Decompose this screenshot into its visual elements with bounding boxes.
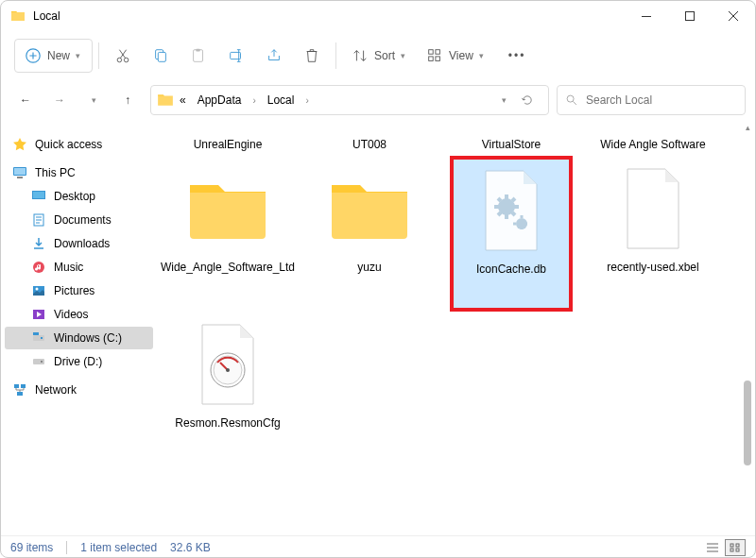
- minimize-button[interactable]: [625, 1, 668, 31]
- sidebar-label: Desktop: [54, 190, 95, 203]
- file-label: IconCache.db: [474, 262, 548, 278]
- cut-icon: [114, 47, 131, 64]
- sidebar-item-desktop[interactable]: Desktop: [5, 185, 153, 208]
- sidebar-item-music[interactable]: Music: [5, 256, 153, 279]
- folder-icon: [327, 176, 412, 242]
- close-button[interactable]: [712, 1, 755, 31]
- sort-label: Sort: [374, 49, 395, 62]
- file-item-folder[interactable]: yuzu: [308, 156, 431, 312]
- scroll-thumb[interactable]: [744, 380, 751, 465]
- svg-point-4: [124, 58, 129, 62]
- file-item-iconcache[interactable]: IconCache.db: [450, 156, 573, 312]
- new-button[interactable]: New ▾: [14, 39, 93, 73]
- sidebar-item-documents[interactable]: Documents: [5, 209, 153, 231]
- nav-row: ← → ▾ ↑ « AppData › Local › ▾: [1, 80, 755, 120]
- chevron-down-icon[interactable]: ▾: [502, 95, 507, 105]
- rename-icon: [228, 47, 245, 64]
- file-item[interactable]: UT008: [308, 127, 431, 156]
- sidebar-item-pictures[interactable]: Pictures: [5, 279, 153, 302]
- sidebar-quick-access[interactable]: Quick access: [5, 133, 153, 156]
- chevron-down-icon: ▾: [401, 51, 405, 60]
- settings-file-icon: [478, 169, 544, 252]
- share-button[interactable]: [256, 39, 292, 73]
- file-label: Wide Angle Software: [598, 137, 707, 153]
- cut-button[interactable]: [105, 39, 141, 73]
- chevron-down-icon: ▾: [479, 51, 484, 60]
- rename-button[interactable]: [218, 39, 254, 73]
- svg-rect-11: [436, 50, 440, 55]
- copy-button[interactable]: [143, 39, 179, 73]
- svg-rect-8: [196, 49, 200, 52]
- svg-rect-31: [14, 384, 19, 388]
- svg-rect-7: [194, 50, 203, 62]
- paste-button[interactable]: [180, 39, 216, 73]
- view-button[interactable]: View ▾: [417, 39, 493, 73]
- sidebar-label: Windows (C:): [54, 331, 122, 345]
- more-button[interactable]: •••: [499, 39, 536, 73]
- chevron-right-icon: ›: [252, 95, 255, 106]
- svg-rect-26: [41, 337, 43, 339]
- svg-rect-10: [429, 50, 434, 55]
- paste-icon: [190, 47, 207, 64]
- svg-rect-6: [158, 52, 165, 61]
- file-item[interactable]: VirtualStore: [450, 127, 573, 156]
- sidebar-this-pc[interactable]: This PC: [5, 161, 153, 184]
- delete-button[interactable]: [294, 39, 330, 73]
- toolbar: New ▾ Sort ▾ View ▾ •••: [1, 31, 755, 80]
- sidebar-label: Quick access: [35, 138, 102, 151]
- forward-button[interactable]: →: [44, 85, 75, 115]
- sidebar-label: Music: [54, 261, 83, 274]
- file-icon: [620, 167, 686, 250]
- window-title: Local: [33, 9, 60, 23]
- file-item-resmon[interactable]: Resmon.ResmonCfg: [166, 312, 289, 467]
- more-icon: •••: [508, 49, 526, 62]
- svg-rect-41: [730, 549, 733, 551]
- chevron-down-icon: ▾: [76, 51, 80, 60]
- file-item[interactable]: Wide Angle Software: [592, 127, 714, 156]
- svg-point-14: [567, 95, 574, 102]
- sidebar-item-downloads[interactable]: Downloads: [5, 232, 153, 255]
- maximize-button[interactable]: [668, 1, 712, 31]
- titlebar: Local: [1, 1, 755, 31]
- back-button[interactable]: ←: [10, 85, 41, 115]
- svg-point-38: [226, 368, 230, 372]
- sidebar-label: Drive (D:): [54, 355, 102, 368]
- videos-icon: [31, 307, 46, 322]
- status-size: 32.6 KB: [170, 541, 211, 554]
- address-bar[interactable]: « AppData › Local › ▾: [150, 85, 549, 115]
- layout-details-button[interactable]: [702, 539, 723, 556]
- sidebar: Quick access This PC Desktop Documents D…: [1, 120, 157, 535]
- view-icon: [426, 47, 443, 64]
- sidebar-label: Downloads: [54, 237, 110, 250]
- recent-dropdown[interactable]: ▾: [78, 85, 109, 115]
- file-item-xbel[interactable]: recently-used.xbel: [592, 156, 714, 312]
- status-selected: 1 item selected: [80, 541, 157, 554]
- status-bar: 69 items 1 item selected 32.6 KB: [1, 535, 755, 558]
- breadcrumb-appdata[interactable]: AppData: [192, 92, 248, 109]
- svg-rect-19: [33, 192, 44, 198]
- svg-rect-40: [736, 544, 739, 547]
- refresh-button[interactable]: [512, 85, 542, 115]
- sidebar-item-videos[interactable]: Videos: [5, 303, 153, 326]
- star-icon: [12, 137, 27, 152]
- search-box[interactable]: [557, 85, 746, 115]
- file-item[interactable]: UnrealEngine: [166, 127, 289, 156]
- sidebar-label: Network: [35, 383, 77, 397]
- sidebar-item-drive-d[interactable]: Drive (D:): [5, 350, 153, 373]
- search-input[interactable]: [586, 93, 737, 107]
- sidebar-item-windows-c[interactable]: Windows (C:): [5, 327, 153, 349]
- scroll-up-icon[interactable]: ▴: [746, 120, 750, 135]
- desktop-icon: [31, 189, 46, 204]
- sort-button[interactable]: Sort ▾: [342, 39, 415, 73]
- sidebar-network[interactable]: Network: [5, 379, 153, 401]
- layout-icons-button[interactable]: [725, 539, 746, 556]
- file-content[interactable]: UnrealEngine UT008 VirtualStore Wide Ang…: [157, 120, 755, 535]
- svg-rect-16: [14, 168, 26, 175]
- file-item-folder[interactable]: Wide_Angle_Software_Ltd: [166, 156, 289, 312]
- up-button[interactable]: ↑: [112, 85, 143, 115]
- breadcrumb-prefix: «: [180, 93, 186, 107]
- breadcrumb-local[interactable]: Local: [262, 92, 301, 109]
- scrollbar[interactable]: ▴: [740, 120, 755, 535]
- documents-icon: [31, 212, 46, 228]
- sidebar-label: Pictures: [54, 284, 94, 297]
